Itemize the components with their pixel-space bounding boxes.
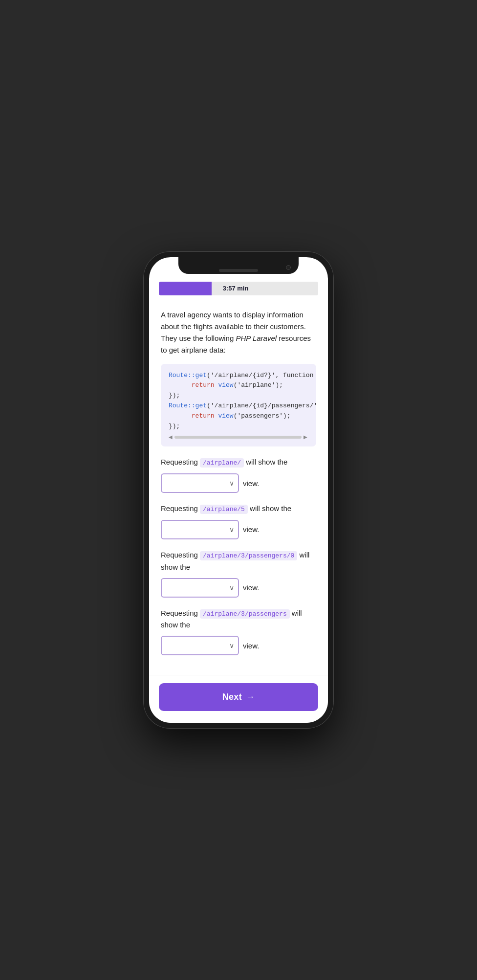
question-block-2: Requesting /airplane/5 will show the air…: [161, 503, 316, 539]
q2-answer-row: airplane passengers error view.: [161, 520, 316, 539]
question-text-2: Requesting /airplane/5 will show the: [161, 503, 316, 515]
q1-answer-row: airplane passengers error view.: [161, 473, 316, 493]
q3-dropdown-wrapper: airplane passengers error: [161, 578, 239, 598]
question-text-3: Requesting /airplane/3/passengers/0 will…: [161, 549, 316, 573]
q2-before: Requesting: [161, 504, 200, 512]
q3-dropdown[interactable]: airplane passengers error: [161, 578, 239, 598]
main-content: A travel agency wants to display informa…: [149, 299, 328, 675]
next-arrow-icon: →: [246, 692, 255, 702]
question-text-4: Requesting /airplane/3/passengers will s…: [161, 607, 316, 631]
q1-after: will show the: [244, 458, 287, 466]
q1-before: Requesting: [161, 458, 200, 466]
question-text-1: Requesting /airplane/ will show the: [161, 456, 316, 468]
q3-view-label: view.: [243, 583, 259, 592]
q2-route: /airplane/5: [200, 505, 248, 514]
question-block-3: Requesting /airplane/3/passengers/0 will…: [161, 549, 316, 598]
q2-view-label: view.: [243, 525, 259, 534]
code-block: Route::get('/airplane/{id?}', function (…: [161, 364, 316, 447]
bottom-bar: Next →: [149, 675, 328, 723]
question-block-1: Requesting /airplane/ will show the airp…: [161, 456, 316, 493]
next-button[interactable]: Next →: [159, 683, 318, 711]
next-label: Next: [222, 692, 242, 702]
code-content: Route::get('/airplane/{id?}', function (…: [169, 371, 308, 432]
q3-before: Requesting: [161, 551, 200, 559]
phone-screen: 3:57 min A travel agency wants to displa…: [149, 257, 328, 723]
q1-route: /airplane/: [200, 458, 244, 468]
q3-route: /airplane/3/passengers/0: [200, 551, 297, 560]
scroll-thumb: [174, 436, 302, 439]
notch-pill: [219, 269, 258, 272]
q4-view-label: view.: [243, 642, 259, 650]
camera-dot: [286, 265, 291, 270]
q1-dropdown-wrapper: airplane passengers error: [161, 473, 239, 493]
q3-answer-row: airplane passengers error view.: [161, 578, 316, 598]
q1-view-label: view.: [243, 479, 259, 488]
notch: [178, 257, 299, 274]
progress-timer: 3:57 min: [159, 282, 318, 295]
progress-bar-container: 3:57 min: [149, 274, 328, 299]
scroll-arrow-right: ▶: [304, 434, 307, 440]
q1-dropdown[interactable]: airplane passengers error: [161, 473, 239, 493]
progress-bar-wrapper: 3:57 min: [159, 282, 318, 295]
q4-route: /airplane/3/passengers: [200, 609, 290, 619]
scroll-bar: ◀ ▶: [169, 434, 308, 440]
q4-dropdown-wrapper: airplane passengers error: [161, 636, 239, 655]
q2-dropdown-wrapper: airplane passengers error: [161, 520, 239, 539]
q2-dropdown[interactable]: airplane passengers error: [161, 520, 239, 539]
scroll-arrow-left: ◀: [169, 434, 173, 440]
screen-content: 3:57 min A travel agency wants to displa…: [149, 274, 328, 723]
q4-answer-row: airplane passengers error view.: [161, 636, 316, 655]
desc-italic: PHP Laravel: [236, 334, 277, 342]
q4-before: Requesting: [161, 609, 200, 617]
q4-dropdown[interactable]: airplane passengers error: [161, 636, 239, 655]
description-text: A travel agency wants to display informa…: [161, 309, 316, 356]
question-block-4: Requesting /airplane/3/passengers will s…: [161, 607, 316, 656]
phone-frame: 3:57 min A travel agency wants to displa…: [143, 251, 334, 729]
q2-after: will show the: [248, 504, 291, 512]
